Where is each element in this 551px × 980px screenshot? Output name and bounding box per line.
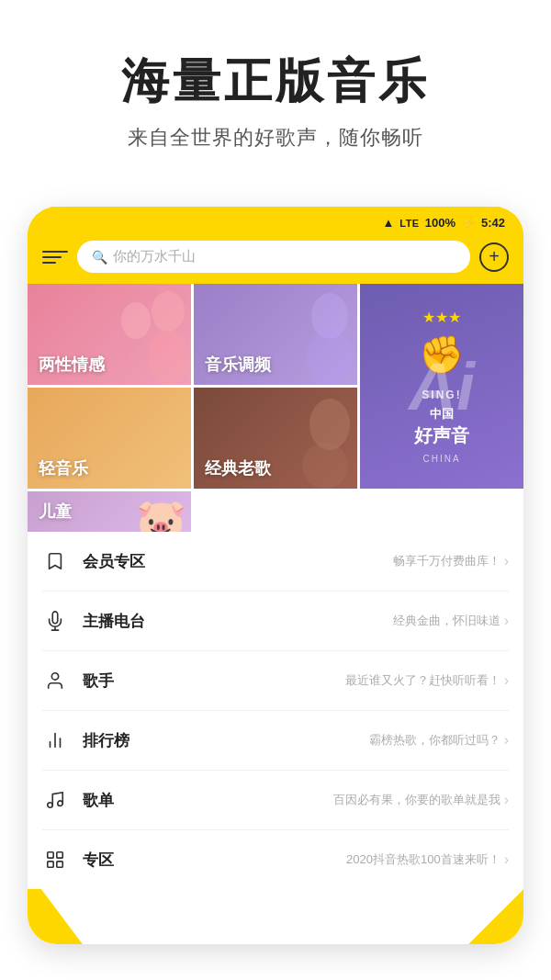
menu-item-radio-name: 主播电台 xyxy=(83,611,145,632)
promo-area: 海量正版音乐 来自全世界的好歌声，随你畅听 xyxy=(0,0,551,188)
svg-point-12 xyxy=(58,801,63,806)
menu-item-playlist[interactable]: 歌单 百因必有果，你要的歌单就是我 › xyxy=(42,771,509,830)
vip-icon xyxy=(42,548,68,574)
signal-icon: ▲ xyxy=(382,216,394,230)
vip-chevron: › xyxy=(504,553,509,569)
menu-item-vip[interactable]: 会员专区 畅享千万付费曲库！ › xyxy=(42,532,509,591)
yellow-deco-left xyxy=(28,889,83,944)
radio-chevron: › xyxy=(504,613,509,629)
menu-item-radio[interactable]: 主播电台 经典金曲，怀旧味道 › xyxy=(42,591,509,651)
menu-item-chart[interactable]: 排行榜 霸榜热歌，你都听过吗？ › xyxy=(42,711,509,771)
playlist-chevron: › xyxy=(504,792,509,808)
menu-item-special[interactable]: 专区 2020抖音热歌100首速来听！ › xyxy=(42,830,509,889)
svg-point-1 xyxy=(148,330,188,385)
chart-chevron: › xyxy=(504,732,509,749)
menu-item-special-content: 专区 2020抖音热歌100首速来听！ › xyxy=(83,850,509,871)
add-button[interactable]: + xyxy=(479,242,509,272)
svg-rect-15 xyxy=(48,862,53,867)
menu-button[interactable] xyxy=(42,251,68,264)
radio-icon xyxy=(42,608,68,634)
haoshengyin-logo: ★★★ ✊ SING! 中国 好声音 CHINA xyxy=(414,309,469,464)
cat-label-liangxing: 两性情感 xyxy=(39,354,105,376)
menu-item-chart-content: 排行榜 霸榜热歌，你都听过吗？ › xyxy=(83,730,509,751)
battery-percent: 100% xyxy=(425,216,455,230)
status-bar: ▲ LTE 100% ⚡ 5:42 xyxy=(28,207,523,233)
category-haoshengyin[interactable]: Ai ★★★ ✊ SING! 中国 好声音 CHINA xyxy=(360,284,523,489)
content-area: 两性情感 音乐调频 Ai ★★★ ✊ xyxy=(28,284,523,944)
menu-line-2 xyxy=(42,256,62,258)
svg-point-0 xyxy=(152,291,185,332)
yinyue-figure xyxy=(275,284,357,385)
menu-item-singer-content: 歌手 最近谁又火了？赶快听听看！ › xyxy=(83,670,509,692)
menu-list: 会员专区 畅享千万付费曲库！ › 主播电台 xyxy=(28,532,523,889)
search-box[interactable]: 🔍 你的万水千山 xyxy=(77,241,470,273)
category-yinyue[interactable]: 音乐调频 xyxy=(194,284,357,385)
singer-chevron: › xyxy=(504,672,509,689)
chart-icon xyxy=(42,727,68,753)
lte-badge: LTE xyxy=(399,218,419,229)
svg-rect-14 xyxy=(57,852,62,858)
menu-item-playlist-content: 歌单 百因必有果，你要的歌单就是我 › xyxy=(83,790,509,811)
menu-item-singer-name: 歌手 xyxy=(83,670,114,692)
menu-line-3 xyxy=(42,262,56,264)
menu-item-singer-desc: 最近谁又火了？赶快听听看！ › xyxy=(345,672,509,689)
jingdian-figure xyxy=(275,388,357,489)
category-liangxing[interactable]: 两性情感 xyxy=(28,284,191,385)
promo-subtitle: 来自全世界的好歌声，随你畅听 xyxy=(37,124,514,152)
phone-mockup: ▲ LTE 100% ⚡ 5:42 🔍 你的万水千山 + xyxy=(28,207,523,944)
svg-point-7 xyxy=(51,673,58,680)
special-chevron: › xyxy=(504,851,509,868)
singer-icon xyxy=(42,668,68,693)
svg-point-5 xyxy=(309,399,350,450)
liangxing-figure xyxy=(108,284,191,385)
menu-item-chart-desc: 霸榜热歌，你都听过吗？ › xyxy=(369,732,509,749)
menu-item-special-desc: 2020抖音热歌100首速来听！ › xyxy=(346,851,509,868)
time-display: 5:42 xyxy=(481,216,505,230)
menu-item-special-name: 专区 xyxy=(83,850,114,871)
svg-point-11 xyxy=(48,803,53,808)
promo-title: 海量正版音乐 xyxy=(37,55,514,107)
category-ertong[interactable]: 🐷 儿童 xyxy=(28,491,191,532)
cat-label-yinyue: 音乐调频 xyxy=(205,354,271,376)
pig-decoration: 🐷 xyxy=(136,496,186,532)
menu-line-1 xyxy=(42,251,68,253)
cat-label-qingyinyue: 轻音乐 xyxy=(39,457,88,479)
menu-item-chart-name: 排行榜 xyxy=(83,730,129,751)
menu-item-radio-desc: 经典金曲，怀旧味道 › xyxy=(393,613,509,629)
search-icon: 🔍 xyxy=(92,250,107,265)
cat-label-ertong: 儿童 xyxy=(39,501,72,523)
yellow-deco-right xyxy=(468,889,523,944)
menu-item-vip-content: 会员专区 畅享千万付费曲库！ › xyxy=(83,551,509,572)
special-icon xyxy=(42,847,68,873)
menu-item-singer[interactable]: 歌手 最近谁又火了？赶快听听看！ › xyxy=(42,651,509,711)
svg-point-4 xyxy=(307,330,353,385)
menu-item-radio-content: 主播电台 经典金曲，怀旧味道 › xyxy=(83,611,509,632)
category-qingyinyue[interactable]: 轻音乐 xyxy=(28,388,191,489)
svg-rect-16 xyxy=(57,862,62,867)
menu-item-vip-name: 会员专区 xyxy=(83,551,145,572)
svg-rect-13 xyxy=(48,852,53,858)
menu-item-vip-desc: 畅享千万付费曲库！ › xyxy=(393,553,509,569)
search-area: 🔍 你的万水千山 + xyxy=(28,233,523,284)
search-placeholder: 你的万水千山 xyxy=(113,248,196,265)
cat-label-jingdian: 经典老歌 xyxy=(205,457,271,479)
svg-point-2 xyxy=(121,302,151,339)
category-jingdian[interactable]: 经典老歌 xyxy=(194,388,357,489)
menu-item-playlist-name: 歌单 xyxy=(83,790,114,811)
charging-icon: ⚡ xyxy=(461,216,476,230)
playlist-icon xyxy=(42,787,68,813)
category-grid: 两性情感 音乐调频 Ai ★★★ ✊ xyxy=(28,284,523,532)
svg-point-6 xyxy=(302,443,348,489)
menu-item-playlist-desc: 百因必有果，你要的歌单就是我 › xyxy=(333,792,509,808)
